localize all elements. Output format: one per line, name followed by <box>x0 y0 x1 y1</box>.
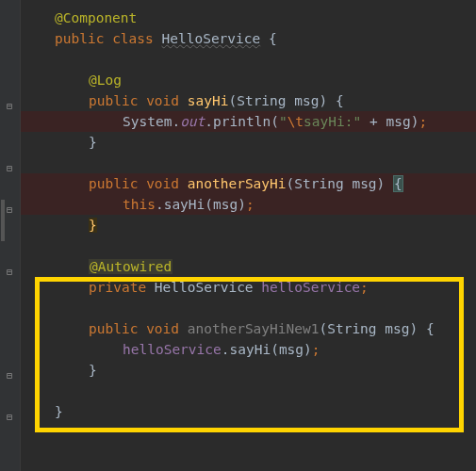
dot: . <box>205 114 213 129</box>
brace-open: { <box>269 31 277 46</box>
semicolon: ; <box>419 114 427 129</box>
code-line[interactable]: System.out.println("\tsayHi:" + msg); <box>21 111 476 132</box>
keyword-void: void <box>146 93 179 108</box>
param-msg: msg <box>385 321 409 336</box>
string-literal: sayHi: <box>304 114 353 129</box>
param-msg: msg <box>213 197 238 212</box>
keyword-private: private <box>89 280 146 295</box>
paren-open: ( <box>228 93 237 108</box>
gutter: ⊟ ⊟ ⊟ ⊟ ⊟ ⊟ <box>0 0 21 471</box>
param-msg: msg <box>279 342 304 357</box>
brace-close: } <box>89 363 97 378</box>
code-line[interactable]: @Component <box>21 8 476 28</box>
type-helloservice: HelloService <box>155 280 254 295</box>
code-line[interactable]: public class HelloService { <box>21 28 476 49</box>
ident-system: System <box>123 114 172 129</box>
fold-icon[interactable]: ⊟ <box>4 412 15 423</box>
ident-out: out <box>180 114 205 129</box>
code-line[interactable]: @Log <box>21 70 476 90</box>
fold-icon[interactable]: ⊟ <box>4 101 15 112</box>
code-line[interactable]: private HelloService helloService; <box>21 277 476 298</box>
code-line[interactable]: public void anotherSayHiNew1(String msg)… <box>21 318 476 339</box>
code-editor[interactable]: ⊟ ⊟ ⊟ ⊟ ⊟ ⊟ @Component public class Hell… <box>0 0 476 471</box>
annotation-autowired: @Autowired <box>89 259 172 274</box>
brace-open: { <box>336 93 344 108</box>
param-msg: msg <box>352 176 376 191</box>
code-line[interactable] <box>21 298 476 318</box>
keyword-public: public <box>89 176 138 191</box>
code-line[interactable]: @Autowired <box>21 256 476 277</box>
type-string: String <box>327 321 376 336</box>
paren-close: ) <box>320 93 328 108</box>
keyword-class: class <box>112 31 154 46</box>
paren-close: ) <box>410 321 419 336</box>
brace-close: } <box>55 404 63 419</box>
dot: . <box>156 197 164 212</box>
annotation-log: @Log <box>89 73 122 88</box>
keyword-public: public <box>89 321 138 336</box>
code-line[interactable]: public void anotherSayHi(String msg) { <box>21 173 476 194</box>
code-line[interactable] <box>21 49 476 70</box>
brace-close-caret: } <box>89 218 97 233</box>
brace-close: } <box>89 135 97 150</box>
plus-op: + <box>369 114 378 129</box>
code-line[interactable] <box>21 236 476 256</box>
code-line[interactable]: public void sayHi(String msg) { <box>21 90 476 111</box>
dot: . <box>172 114 180 129</box>
brace-open-matched: { <box>393 175 403 192</box>
code-line[interactable]: } <box>21 215 476 236</box>
field-helloService: helloService <box>261 280 360 295</box>
fold-icon[interactable]: ⊟ <box>4 163 15 174</box>
code-line[interactable]: } <box>21 401 476 422</box>
code-line[interactable]: helloService.sayHi(msg); <box>21 339 476 360</box>
keyword-this: this <box>123 197 156 212</box>
paren-open: ( <box>319 321 327 336</box>
keyword-void: void <box>146 176 179 191</box>
code-line[interactable]: } <box>21 360 476 381</box>
type-string: String <box>237 93 286 108</box>
fold-icon[interactable]: ⊟ <box>4 204 15 216</box>
method-sayHi: sayHi <box>188 93 229 108</box>
method-anotherSayHiNew1: anotherSayHiNew1 <box>188 321 320 336</box>
string-quote: " <box>353 114 362 129</box>
semicolon: ; <box>312 342 320 357</box>
fold-icon[interactable]: ⊟ <box>4 370 15 382</box>
class-name: HelloService <box>162 31 261 46</box>
code-line[interactable] <box>21 381 476 401</box>
paren-close: ) <box>377 176 386 191</box>
brace-open: { <box>426 321 435 336</box>
code-line[interactable]: } <box>21 132 476 153</box>
semicolon: ; <box>246 197 254 212</box>
code-line[interactable]: this.sayHi(msg); <box>21 194 476 215</box>
type-string: String <box>294 176 343 191</box>
string-quote: " <box>279 114 287 129</box>
dot: . <box>222 342 230 357</box>
paren-open: ( <box>271 114 279 129</box>
keyword-void: void <box>146 321 179 336</box>
paren-close: ) <box>304 342 312 357</box>
method-anotherSayHi: anotherSayHi <box>188 176 287 191</box>
semicolon: ; <box>360 280 369 295</box>
annotation-component: @Component <box>55 10 137 25</box>
escape-tab: \t <box>287 114 304 129</box>
code-area[interactable]: @Component public class HelloService { @… <box>21 0 476 422</box>
fold-icon[interactable]: ⊟ <box>4 267 15 278</box>
paren-open: ( <box>205 197 213 212</box>
keyword-public: public <box>55 31 104 46</box>
code-line[interactable] <box>21 153 476 173</box>
ident-println: println <box>213 114 271 129</box>
call-sayHi: sayHi <box>164 197 205 212</box>
field-helloService: helloService <box>123 342 222 357</box>
param-msg: msg <box>294 93 319 108</box>
call-sayHi: sayHi <box>230 342 271 357</box>
keyword-public: public <box>89 93 138 108</box>
paren-open: ( <box>287 176 295 191</box>
paren-close: ) <box>238 197 246 212</box>
param-msg: msg <box>386 114 410 129</box>
paren-open: ( <box>271 342 279 357</box>
